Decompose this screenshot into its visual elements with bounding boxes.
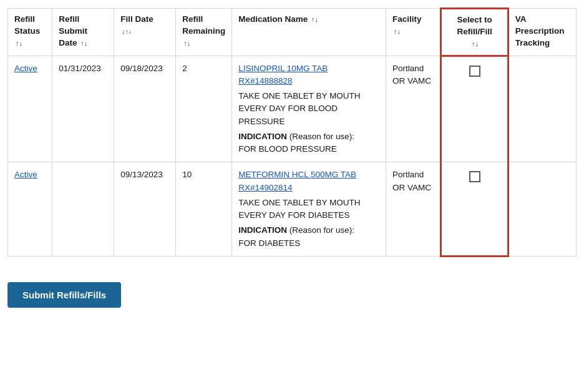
med-link-rx-1[interactable]: RX#14888828 [238, 76, 292, 86]
cell-fill-date-1: 09/18/2023 [114, 56, 176, 162]
cell-facility-1: Portland OR VAMC [386, 56, 440, 162]
med-instructions-1: TAKE ONE TABLET BY MOUTH EVERY DAY FOR B… [238, 90, 379, 128]
col-header-refill-status[interactable]: Refill Status ↑↓ [8, 9, 52, 56]
col-header-facility[interactable]: Facility ↑↓ [386, 9, 440, 56]
fill-date-1: 09/18/2023 [120, 64, 163, 73]
checkbox-wrapper-1 [448, 63, 500, 77]
table-row: Active 01/31/2023 09/18/2023 2 LISINOPRI… [8, 56, 577, 162]
cell-refill-status-1: Active [8, 56, 52, 162]
cell-va-tracking-2 [508, 162, 576, 257]
col-header-refill-submit[interactable]: Refill Submit Date ↑↓ [52, 9, 114, 56]
sort-icon-select-refill[interactable]: ↑↓ [472, 39, 479, 49]
indication-text-1: (Reason for use): [290, 132, 354, 141]
cell-fill-date-2: 09/13/2023 [114, 162, 176, 257]
col-header-fill-date[interactable]: Fill Date ↓↑↓ [114, 9, 176, 56]
fill-date-2: 09/13/2023 [120, 170, 163, 179]
sort-icon-facility[interactable]: ↑↓ [394, 27, 401, 36]
cell-select-refill-1 [441, 56, 508, 162]
col-label-select-refill: Select to Refill/Fill [457, 15, 492, 36]
cell-va-tracking-1 [508, 56, 576, 162]
indication-label-2: INDICATION [238, 225, 287, 235]
cell-refill-remaining-1: 2 [176, 56, 232, 162]
cell-facility-2: Portland OR VAMC [386, 162, 440, 257]
cell-refill-submit-2 [52, 162, 114, 257]
med-instructions-2: TAKE ONE TABLET BY MOUTH EVERY DAY FOR D… [238, 197, 379, 222]
refill-checkbox-2[interactable] [469, 171, 480, 182]
facility-1: Portland OR VAMC [392, 64, 431, 86]
checkbox-wrapper-2 [448, 169, 500, 182]
refill-remaining-1: 2 [182, 64, 187, 73]
sort-icon-fill-date[interactable]: ↓↑↓ [122, 27, 132, 36]
status-link-1[interactable]: Active [14, 64, 37, 73]
indication-label-1: INDICATION [238, 132, 287, 141]
med-link-name-1[interactable]: LISINOPRIL 10MG TAB [238, 64, 328, 73]
refill-checkbox-1[interactable] [469, 66, 480, 77]
col-label-va-tracking: VA Prescription Tracking [515, 14, 565, 47]
submit-refills-button[interactable]: Submit Refills/Fills [7, 282, 121, 308]
sort-icon-refill-submit[interactable]: ↑↓ [80, 39, 87, 48]
col-label-fill-date: Fill Date [120, 14, 153, 24]
col-header-va-tracking: VA Prescription Tracking [508, 9, 576, 56]
refill-remaining-2: 10 [182, 170, 192, 179]
med-link-rx-2[interactable]: RX#14902814 [238, 183, 292, 192]
col-label-refill-status: Refill Status [14, 14, 40, 36]
cell-select-refill-2 [441, 162, 508, 257]
indication-text-2: (Reason for use): [290, 225, 354, 235]
table-row: Active 09/13/2023 10 METFORMIN HCL 500MG… [8, 162, 577, 257]
col-label-medication-name: Medication Name [238, 14, 308, 24]
med-link-name-2[interactable]: METFORMIN HCL 500MG TAB [238, 170, 356, 179]
status-link-2[interactable]: Active [14, 170, 37, 179]
col-header-select-refill[interactable]: Select to Refill/Fill ↑↓ [441, 9, 508, 56]
med-indication-2: INDICATION (Reason for use): FOR DIABETE… [238, 224, 379, 250]
cell-refill-submit-1: 01/31/2023 [52, 56, 114, 162]
cell-medication-name-1: LISINOPRIL 10MG TAB RX#14888828 TAKE ONE… [232, 56, 386, 162]
med-indication-1: INDICATION (Reason for use): FOR BLOOD P… [238, 130, 379, 156]
prescriptions-table: Refill Status ↑↓ Refill Submit Date ↑↓ F… [7, 7, 577, 257]
col-header-medication-name[interactable]: Medication Name ↑↓ [232, 9, 386, 56]
sort-icon-medication-name[interactable]: ↑↓ [311, 15, 318, 24]
submit-section: Submit Refills/Fills [7, 270, 577, 308]
sort-icon-refill-status[interactable]: ↑↓ [16, 39, 22, 48]
col-header-refill-remaining[interactable]: Refill Remaining ↑↓ [176, 9, 232, 56]
cell-refill-status-2: Active [8, 162, 52, 257]
indication-detail-1: FOR BLOOD PRESSURE [238, 144, 337, 154]
cell-refill-remaining-2: 10 [176, 162, 232, 257]
sort-icon-refill-remaining[interactable]: ↑↓ [183, 39, 190, 48]
indication-detail-2: FOR DIABETES [238, 238, 300, 248]
refill-submit-date-1: 01/31/2023 [59, 64, 101, 73]
col-label-refill-remaining: Refill Remaining [182, 14, 225, 36]
cell-medication-name-2: METFORMIN HCL 500MG TAB RX#14902814 TAKE… [232, 162, 386, 257]
col-label-facility: Facility [392, 14, 422, 24]
facility-2: Portland OR VAMC [392, 170, 431, 192]
page-wrapper: Refill Status ↑↓ Refill Submit Date ↑↓ F… [0, 0, 584, 392]
